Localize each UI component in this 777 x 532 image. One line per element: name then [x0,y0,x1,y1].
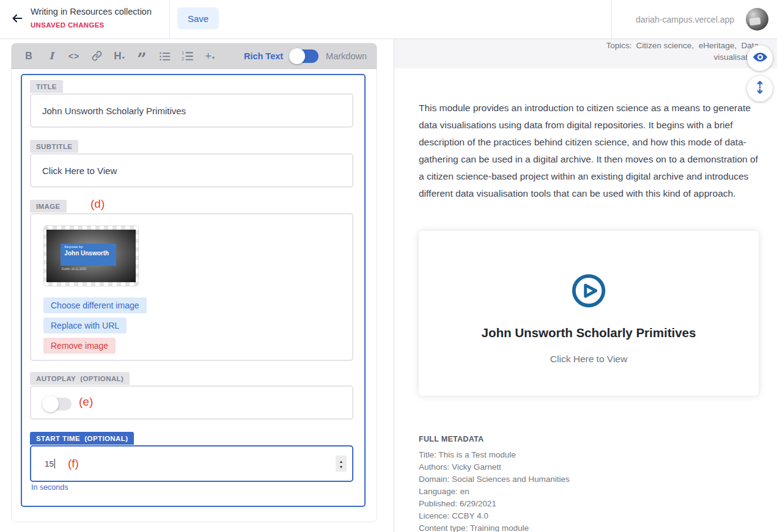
topics-label: Topics: [606,41,632,50]
choose-different-image-button[interactable]: Choose different image [43,297,147,313]
editor-mode-switch: Rich Text Markdown [244,49,367,63]
metadata-line: Content type: Training module [419,522,570,532]
video-preview-card: John Unsworth Scholarly Primitives Click… [419,231,759,396]
title-field-label: TITLE [30,80,63,93]
toggle-knob [42,396,59,412]
video-object-widget: TITLE John Unsworth Scholarly Primitives… [21,74,366,507]
metadata-list: Title: This is a Test moduleAuthors: Vic… [419,449,570,532]
title-input[interactable]: John Unsworth Scholarly Primitives [30,93,353,128]
metadata-line: Licence: CCBY 4.0 [419,510,570,522]
back-button[interactable] [7,10,27,29]
start-time-input[interactable]: 15 (f) ▲ ▼ [30,445,353,482]
metadata-line: Authors: Vicky Garnett [419,461,570,473]
thumbnail-title-box: Keynote by John Unsworth [61,244,116,266]
autoplay-field-label: AUTOPLAY (OPTIONAL) [30,372,130,385]
chevron-down-icon: ▾ [122,51,125,60]
text-caret [54,459,55,468]
rich-text-label: Rich Text [244,51,283,61]
avatar[interactable] [746,8,768,31]
metadata-line: Language: en [419,486,570,498]
bold-icon[interactable]: B [21,47,36,65]
subtitle-field-label: SUBTITLE [30,140,78,153]
image-widget: Keynote by John Unsworth Dublin 10.11.20… [30,213,353,361]
markdown-toolbar: B I <> H ▾ ” 12 + ▾ Rich Text [12,43,377,69]
start-time-hint: In seconds [31,483,68,492]
topbar-divider [611,0,612,38]
number-stepper[interactable]: ▲ ▼ [336,456,347,472]
metadata-line: Domain: Social Sciences and Humanities [419,473,570,486]
markdown-label: Markdown [326,51,367,61]
video-card-subtitle: Click Here to View [419,354,759,365]
topics: Topics:Citizen scienceeHeritageData visu… [575,39,759,63]
editor-pane: B I <> H ▾ ” 12 + ▾ Rich Text [0,39,394,532]
quote-icon[interactable]: ” [134,47,149,65]
replace-with-url-button[interactable]: Replace with URL [43,318,127,333]
editor-panel: B I <> H ▾ ” 12 + ▾ Rich Text [11,43,377,522]
toggle-knob [289,48,305,64]
add-component-icon[interactable]: + ▾ [202,47,217,65]
save-button[interactable]: Save [177,7,219,29]
video-thumbnail-image: Keynote by John Unsworth Dublin 10.11.20… [46,230,136,282]
heading-icon[interactable]: H ▾ [112,47,127,65]
metadata-line: Published: 6/29/2021 [419,498,570,510]
full-metadata-heading: FULL METADATA [419,435,484,443]
start-time-field-label: START TIME (OPTIONAL) [30,432,134,445]
module-description: This module provides an introduction to … [419,100,761,202]
chevron-down-icon: ▾ [212,51,215,60]
collection-title: Writing in Resources collection [31,7,152,16]
stepper-down-icon: ▼ [339,464,344,468]
scroll-sync-arrows-icon [753,80,767,97]
numbered-list-icon[interactable]: 12 [180,47,194,65]
back-arrow-icon [10,12,24,27]
mode-toggle[interactable] [290,49,319,63]
remove-image-button[interactable]: Remove image [43,338,116,354]
video-card-title: John Unsworth Scholarly Primitives [419,326,759,340]
scroll-sync-button[interactable] [747,76,773,101]
top-bar: Writing in Resources collection UNSAVED … [0,0,777,39]
visual-preview-toggle-button[interactable] [747,45,773,71]
start-time-value: 15 [45,459,54,468]
image-thumbnail: Keynote by John Unsworth Dublin 10.11.20… [43,225,139,286]
preview-pane: Topics:Citizen scienceeHeritageData visu… [394,39,777,532]
code-icon[interactable]: <> [67,47,81,65]
stepper-up-icon: ▲ [339,459,344,463]
unsaved-changes-status: UNSAVED CHANGES [31,21,105,29]
image-field-label: IMAGE [30,200,67,213]
play-icon [419,272,759,312]
subtitle-input[interactable]: Click Here to View [30,153,353,188]
italic-icon[interactable]: I [44,47,59,65]
autoplay-widget: (e) [30,385,353,420]
annotation-d: (d) [90,197,105,211]
topbar-divider [169,0,170,38]
site-name: dariah-campus.vercel.app [636,15,734,24]
annotation-f: (f) [68,457,79,470]
bullet-list-icon[interactable] [157,47,172,65]
eye-icon [752,49,768,68]
topic-item: Citizen science [636,41,699,50]
topic-item: eHeritage [699,41,742,50]
svg-text:1: 1 [182,51,184,56]
metadata-line: Title: This is a Test module [419,449,570,461]
link-icon[interactable] [89,47,104,65]
autoplay-toggle[interactable] [43,398,72,410]
svg-text:2: 2 [182,56,184,61]
annotation-e: (e) [79,395,93,409]
